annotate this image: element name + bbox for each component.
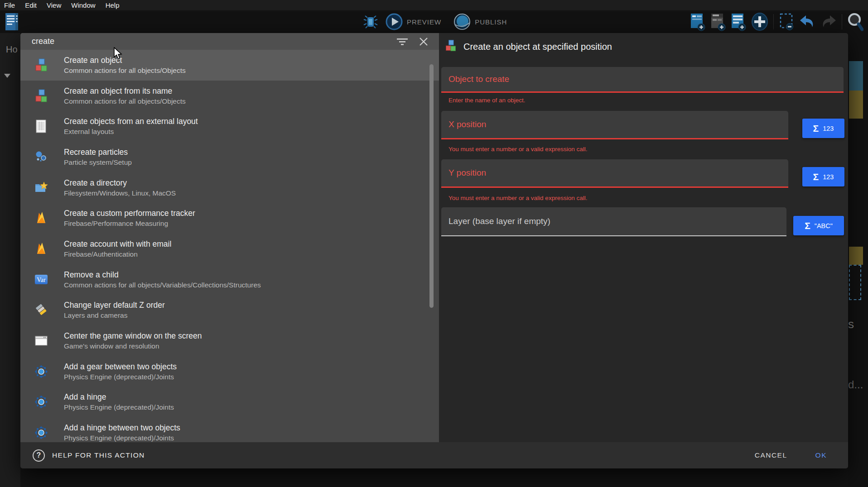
menu-file[interactable]: File (4, 1, 15, 9)
background-olive-block (849, 91, 863, 119)
scrollbar-thumb[interactable] (429, 64, 434, 308)
action-title: Create objects from an external layout (64, 117, 198, 126)
background-teal-block (849, 61, 863, 91)
x-position-field[interactable]: X position (441, 111, 788, 139)
field-helper-text: Enter the name of an object. (448, 97, 526, 104)
project-manager-icon[interactable] (5, 12, 20, 32)
play-icon[interactable] (385, 13, 403, 31)
menu-edit[interactable]: Edit (25, 1, 37, 9)
instruction-editor-dialog: create Create an objectCommon actions fo… (20, 33, 848, 468)
ok-button[interactable]: OK (815, 451, 827, 459)
joint-icon (34, 395, 48, 409)
help-icon: ? (33, 449, 45, 462)
field-error-text: You must enter a number or a valid expre… (448, 146, 587, 153)
expression-builder-button[interactable]: Σ 123 (802, 167, 844, 186)
action-list: Create an objectCommon actions for all o… (20, 50, 439, 442)
action-title: Add a gear between two objects (64, 362, 177, 372)
action-list-item[interactable]: Add a hingePhysics Engine (deprecated)/J… (20, 387, 439, 418)
action-list-item[interactable]: Create an objectCommon actions for all o… (20, 50, 439, 81)
action-subtitle: Common actions for all objects/Objects (64, 67, 186, 75)
action-list-item[interactable]: Create objects from an external layoutEx… (20, 111, 439, 142)
action-title: Change layer default Z order (64, 301, 165, 310)
expression-builder-button[interactable]: Σ "ABC" (793, 216, 844, 235)
joint-icon (34, 364, 48, 379)
action-title: Center the game window on the screen (64, 331, 202, 341)
cubes-icon (444, 39, 457, 54)
action-title: Add a hinge (64, 392, 174, 402)
action-editor-panel: Create an object at specified position O… (439, 33, 848, 442)
background-left-strip (0, 33, 20, 487)
action-subtitle: Firebase/Authentication (64, 250, 171, 258)
joint-icon (34, 425, 48, 440)
cancel-button[interactable]: CANCEL (755, 451, 787, 459)
action-editor-title: Create an object at specified position (463, 42, 612, 52)
background-right-strip: s d... (848, 33, 868, 487)
action-list-item[interactable]: Create a directoryFilesystem/Windows, Li… (20, 172, 439, 203)
firebase-icon (34, 242, 48, 256)
debug-icon[interactable] (363, 15, 378, 29)
action-subtitle: Filesystem/Windows, Linux, MacOS (64, 189, 176, 197)
preview-button[interactable]: PREVIEW (407, 18, 441, 26)
home-tab-fragment: Ho (6, 44, 18, 55)
help-for-this-action-button[interactable]: ? HELP FOR THIS ACTION (33, 449, 755, 462)
layer-field[interactable]: Layer (base layer if empty) (441, 207, 786, 236)
action-title: Create account with with email (64, 239, 171, 249)
search-icon[interactable] (847, 12, 863, 31)
cubes-icon (34, 89, 48, 103)
filter-icon[interactable] (396, 38, 408, 46)
action-subtitle: Common actions for all objects/Objects (64, 97, 186, 105)
action-subtitle: Layers and cameras (64, 311, 165, 320)
action-title: Create a custom performance tracker (64, 209, 195, 218)
action-title: Add a hinge between two objects (64, 423, 180, 433)
undo-icon[interactable] (799, 15, 815, 29)
action-list-item[interactable]: Center the game window on the screenGame… (20, 325, 439, 356)
new-scene-icon[interactable] (690, 12, 705, 31)
action-search-panel: create Create an objectCommon actions fo… (20, 33, 439, 442)
action-list-item[interactable]: Create a custom performance trackerFireb… (20, 203, 439, 234)
close-icon[interactable] (419, 37, 428, 46)
publish-button[interactable]: PUBLISH (475, 18, 507, 26)
menu-help[interactable]: Help (106, 1, 120, 9)
y-position-field[interactable]: Y position (441, 159, 788, 188)
action-title: Recreate particles (64, 148, 132, 157)
publish-globe-icon[interactable] (453, 13, 471, 31)
action-title: Create a directory (64, 178, 176, 188)
chevron-down-icon (4, 74, 10, 78)
action-list-item[interactable]: Add a hinge between two objectsPhysics E… (20, 417, 439, 442)
new-external-layout-icon[interactable] (731, 12, 746, 31)
action-title: Create an object (64, 56, 186, 65)
search-input[interactable]: create (32, 37, 396, 46)
add-circle-icon[interactable] (751, 12, 768, 31)
new-external-events-icon[interactable] (710, 12, 726, 31)
action-list-item[interactable]: Create account with with emailFirebase/A… (20, 234, 439, 264)
field-label: Layer (base layer if empty) (448, 216, 550, 226)
menu-view[interactable]: View (47, 1, 61, 9)
search-bar[interactable]: create (20, 33, 439, 50)
action-subtitle: Particle system/Setup (64, 158, 132, 167)
background-olive-block (849, 247, 863, 265)
action-subtitle: Physics Engine (deprecated)/Joints (64, 403, 174, 411)
action-list-item[interactable]: Add a gear between two objectsPhysics En… (20, 356, 439, 387)
sigma-icon: Σ (813, 124, 819, 133)
action-subtitle: Physics Engine (deprecated)/Joints (64, 373, 177, 381)
background-text-fragment: d... (848, 378, 863, 391)
particles-icon (34, 150, 48, 164)
action-list-item[interactable]: Create an object from its nameCommon act… (20, 81, 439, 111)
redo-icon[interactable] (820, 15, 837, 29)
firebase-icon (34, 211, 48, 225)
action-list-item[interactable]: Recreate particlesParticle system/Setup (20, 142, 439, 172)
sigma-icon: Σ (813, 172, 819, 181)
window-icon (34, 334, 48, 348)
toolbar-separator (773, 14, 774, 29)
var-icon: Var (34, 272, 48, 287)
layers-icon (34, 303, 48, 317)
action-list-item[interactable]: VarRemove a childCommon actions for all … (20, 264, 439, 295)
action-subtitle: Game's window and resolution (64, 342, 202, 350)
object-to-create-field[interactable]: Object to create (441, 67, 844, 93)
field-label: Object to create (448, 74, 509, 84)
svg-text:Var: Var (37, 277, 46, 283)
action-list-item[interactable]: Change layer default Z orderLayers and c… (20, 295, 439, 326)
selection-icon[interactable] (779, 13, 794, 31)
menu-window[interactable]: Window (71, 1, 95, 9)
expression-builder-button[interactable]: Σ 123 (802, 119, 844, 138)
